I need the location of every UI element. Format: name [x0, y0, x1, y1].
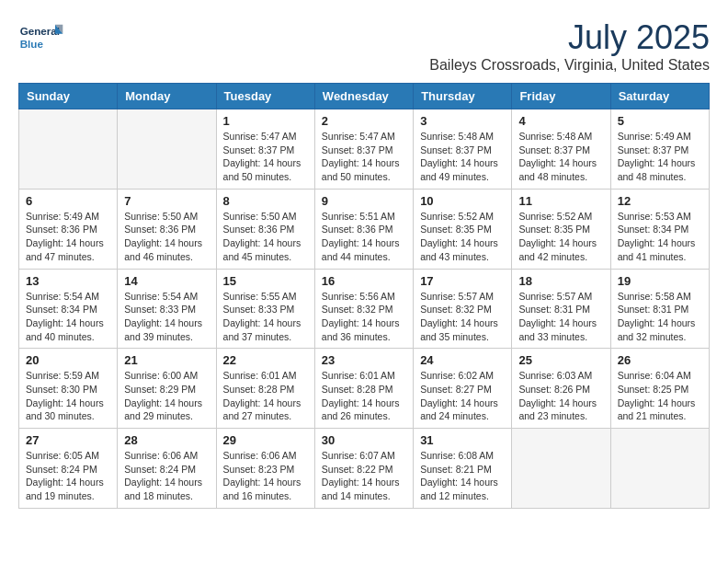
day-info: Sunrise: 5:48 AM Sunset: 8:37 PM Dayligh… [518, 130, 603, 184]
day-number: 20 [26, 353, 110, 367]
day-info: Sunrise: 5:52 AM Sunset: 8:35 PM Dayligh… [518, 210, 603, 264]
day-info: Sunrise: 5:57 AM Sunset: 8:32 PM Dayligh… [420, 290, 505, 344]
day-number: 17 [420, 274, 505, 288]
day-number: 3 [420, 114, 505, 128]
calendar-cell: 19Sunrise: 5:58 AM Sunset: 8:31 PM Dayli… [610, 269, 709, 349]
calendar-cell: 28Sunrise: 6:06 AM Sunset: 8:24 PM Dayli… [118, 429, 216, 509]
header-tuesday: Tuesday [216, 84, 314, 109]
calendar-cell: 1Sunrise: 5:47 AM Sunset: 8:37 PM Daylig… [216, 109, 314, 190]
calendar-cell: 6Sunrise: 5:49 AM Sunset: 8:36 PM Daylig… [19, 189, 118, 269]
month-title: July 2025 [429, 18, 710, 57]
svg-text:General: General [20, 25, 60, 37]
day-info: Sunrise: 6:01 AM Sunset: 8:28 PM Dayligh… [223, 369, 308, 423]
calendar-week-2: 6Sunrise: 5:49 AM Sunset: 8:36 PM Daylig… [19, 189, 710, 269]
day-info: Sunrise: 5:56 AM Sunset: 8:32 PM Dayligh… [322, 290, 406, 344]
day-info: Sunrise: 5:50 AM Sunset: 8:36 PM Dayligh… [124, 210, 209, 264]
calendar-table: Sunday Monday Tuesday Wednesday Thursday… [18, 83, 710, 509]
calendar-cell: 5Sunrise: 5:49 AM Sunset: 8:37 PM Daylig… [610, 109, 709, 190]
calendar-cell: 31Sunrise: 6:08 AM Sunset: 8:21 PM Dayli… [414, 429, 512, 509]
day-number: 6 [26, 194, 110, 208]
day-info: Sunrise: 5:47 AM Sunset: 8:37 PM Dayligh… [322, 130, 406, 184]
title-section: July 2025 Baileys Crossroads, Virginia, … [429, 18, 710, 74]
calendar-cell: 15Sunrise: 5:55 AM Sunset: 8:33 PM Dayli… [216, 269, 314, 349]
header-wednesday: Wednesday [314, 84, 413, 109]
day-number: 10 [420, 194, 505, 208]
calendar-cell: 27Sunrise: 6:05 AM Sunset: 8:24 PM Dayli… [19, 429, 118, 509]
calendar-cell: 21Sunrise: 6:00 AM Sunset: 8:29 PM Dayli… [118, 349, 216, 429]
calendar-cell: 18Sunrise: 5:57 AM Sunset: 8:31 PM Dayli… [512, 269, 610, 349]
day-number: 28 [124, 433, 209, 447]
calendar-cell [512, 429, 610, 509]
day-info: Sunrise: 5:52 AM Sunset: 8:35 PM Dayligh… [420, 210, 505, 264]
day-number: 21 [124, 353, 209, 367]
day-info: Sunrise: 6:06 AM Sunset: 8:24 PM Dayligh… [124, 449, 209, 503]
calendar-cell: 8Sunrise: 5:50 AM Sunset: 8:36 PM Daylig… [216, 189, 314, 269]
day-info: Sunrise: 6:02 AM Sunset: 8:27 PM Dayligh… [420, 369, 505, 423]
day-info: Sunrise: 5:54 AM Sunset: 8:33 PM Dayligh… [124, 290, 209, 344]
day-info: Sunrise: 6:06 AM Sunset: 8:23 PM Dayligh… [223, 449, 308, 503]
calendar-cell: 26Sunrise: 6:04 AM Sunset: 8:25 PM Dayli… [610, 349, 709, 429]
day-info: Sunrise: 5:47 AM Sunset: 8:37 PM Dayligh… [223, 130, 308, 184]
calendar-cell: 25Sunrise: 6:03 AM Sunset: 8:26 PM Dayli… [512, 349, 610, 429]
svg-text:Blue: Blue [20, 38, 44, 50]
day-info: Sunrise: 5:59 AM Sunset: 8:30 PM Dayligh… [26, 369, 110, 423]
page-header: General Blue July 2025 Baileys Crossroad… [18, 18, 710, 74]
day-number: 29 [223, 433, 308, 447]
calendar-cell [118, 109, 216, 190]
header-saturday: Saturday [610, 84, 709, 109]
day-info: Sunrise: 5:49 AM Sunset: 8:37 PM Dayligh… [618, 130, 702, 184]
calendar-cell: 22Sunrise: 6:01 AM Sunset: 8:28 PM Dayli… [216, 349, 314, 429]
calendar-header-row: Sunday Monday Tuesday Wednesday Thursday… [19, 84, 710, 109]
calendar-cell: 17Sunrise: 5:57 AM Sunset: 8:32 PM Dayli… [414, 269, 512, 349]
day-number: 7 [124, 194, 209, 208]
day-number: 12 [618, 194, 702, 208]
day-info: Sunrise: 6:04 AM Sunset: 8:25 PM Dayligh… [618, 369, 702, 423]
day-info: Sunrise: 5:50 AM Sunset: 8:36 PM Dayligh… [223, 210, 308, 264]
day-number: 5 [618, 114, 702, 128]
day-number: 13 [26, 274, 110, 288]
day-number: 27 [26, 433, 110, 447]
calendar-cell: 9Sunrise: 5:51 AM Sunset: 8:36 PM Daylig… [314, 189, 413, 269]
day-info: Sunrise: 5:53 AM Sunset: 8:34 PM Dayligh… [618, 210, 702, 264]
day-info: Sunrise: 5:49 AM Sunset: 8:36 PM Dayligh… [26, 210, 110, 264]
day-number: 31 [420, 433, 505, 447]
day-info: Sunrise: 6:05 AM Sunset: 8:24 PM Dayligh… [26, 449, 110, 503]
calendar-cell: 7Sunrise: 5:50 AM Sunset: 8:36 PM Daylig… [118, 189, 216, 269]
day-number: 4 [518, 114, 603, 128]
day-info: Sunrise: 5:58 AM Sunset: 8:31 PM Dayligh… [618, 290, 702, 344]
day-number: 14 [124, 274, 209, 288]
day-info: Sunrise: 5:57 AM Sunset: 8:31 PM Dayligh… [518, 290, 603, 344]
calendar-cell: 29Sunrise: 6:06 AM Sunset: 8:23 PM Dayli… [216, 429, 314, 509]
calendar-cell: 23Sunrise: 6:01 AM Sunset: 8:28 PM Dayli… [314, 349, 413, 429]
day-number: 22 [223, 353, 308, 367]
header-thursday: Thursday [414, 84, 512, 109]
day-number: 24 [420, 353, 505, 367]
calendar-cell: 2Sunrise: 5:47 AM Sunset: 8:37 PM Daylig… [314, 109, 413, 190]
day-number: 11 [518, 194, 603, 208]
day-number: 2 [322, 114, 406, 128]
calendar-week-3: 13Sunrise: 5:54 AM Sunset: 8:34 PM Dayli… [19, 269, 710, 349]
header-friday: Friday [512, 84, 610, 109]
day-info: Sunrise: 6:07 AM Sunset: 8:22 PM Dayligh… [322, 449, 406, 503]
day-info: Sunrise: 5:51 AM Sunset: 8:36 PM Dayligh… [322, 210, 406, 264]
calendar-cell [19, 109, 118, 190]
calendar-cell: 4Sunrise: 5:48 AM Sunset: 8:37 PM Daylig… [512, 109, 610, 190]
calendar-week-1: 1Sunrise: 5:47 AM Sunset: 8:37 PM Daylig… [19, 109, 710, 190]
day-info: Sunrise: 5:55 AM Sunset: 8:33 PM Dayligh… [223, 290, 308, 344]
day-info: Sunrise: 6:03 AM Sunset: 8:26 PM Dayligh… [518, 369, 603, 423]
day-number: 15 [223, 274, 308, 288]
day-number: 9 [322, 194, 406, 208]
calendar-cell: 30Sunrise: 6:07 AM Sunset: 8:22 PM Dayli… [314, 429, 413, 509]
day-number: 19 [618, 274, 702, 288]
day-number: 25 [518, 353, 603, 367]
header-monday: Monday [118, 84, 216, 109]
calendar-week-5: 27Sunrise: 6:05 AM Sunset: 8:24 PM Dayli… [19, 429, 710, 509]
logo-icon: General Blue [18, 18, 64, 55]
header-sunday: Sunday [19, 84, 118, 109]
calendar-cell [610, 429, 709, 509]
day-info: Sunrise: 6:08 AM Sunset: 8:21 PM Dayligh… [420, 449, 505, 503]
day-number: 30 [322, 433, 406, 447]
calendar-cell: 20Sunrise: 5:59 AM Sunset: 8:30 PM Dayli… [19, 349, 118, 429]
day-info: Sunrise: 5:48 AM Sunset: 8:37 PM Dayligh… [420, 130, 505, 184]
day-number: 18 [518, 274, 603, 288]
